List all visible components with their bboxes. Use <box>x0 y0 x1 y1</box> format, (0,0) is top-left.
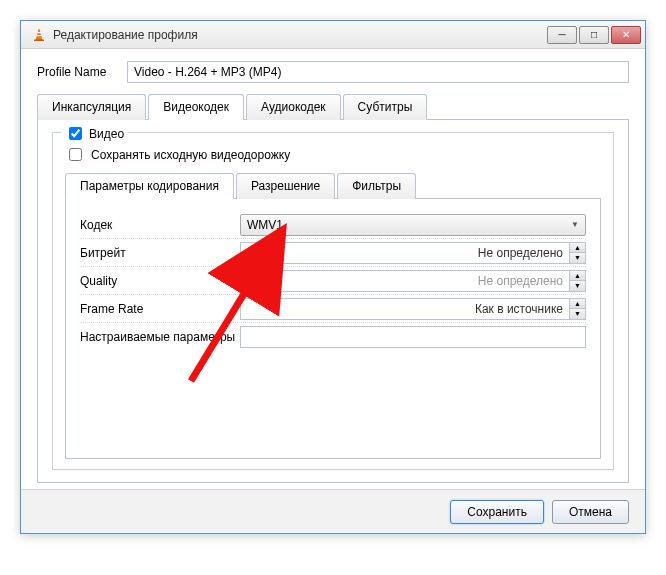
custom-params-input[interactable] <box>240 326 586 348</box>
bitrate-down-button[interactable]: ▼ <box>570 253 585 263</box>
video-enable-label: Видео <box>89 127 124 141</box>
tab-videocodec[interactable]: Видеокодек <box>148 94 244 120</box>
codec-value: WMV1 <box>247 218 283 232</box>
profile-edit-window: Редактирование профиля ─ □ ✕ Profile Nam… <box>20 20 646 534</box>
quality-value: Не определено <box>247 274 569 288</box>
profile-name-input[interactable] <box>127 61 629 83</box>
framerate-down-button[interactable]: ▼ <box>570 309 585 319</box>
keep-original-checkbox[interactable] <box>69 148 82 161</box>
video-enable-checkbox[interactable] <box>69 127 82 140</box>
svg-rect-2 <box>37 35 42 36</box>
videocodec-pane: Видео Сохранять исходную видеодорожку Па… <box>37 120 629 483</box>
content-area: Profile Name Инкапсуляция Видеокодек Ауд… <box>21 49 645 533</box>
quality-down-button[interactable]: ▼ <box>570 281 585 291</box>
bitrate-spinner[interactable]: Не определено ▲ ▼ <box>240 242 586 264</box>
quality-spinner[interactable]: Не определено ▲ ▼ <box>240 270 586 292</box>
window-title: Редактирование профиля <box>53 28 547 42</box>
tab-audiocodec[interactable]: Аудиокодек <box>246 94 341 120</box>
cancel-button[interactable]: Отмена <box>552 500 629 524</box>
profile-name-label: Profile Name <box>37 65 127 79</box>
svg-marker-0 <box>36 29 42 40</box>
framerate-value: Как в источнике <box>247 302 569 316</box>
framerate-up-button[interactable]: ▲ <box>570 299 585 310</box>
window-controls: ─ □ ✕ <box>547 26 641 44</box>
sub-tabs: Параметры кодирования Разрешение Фильтры <box>65 172 601 199</box>
subtab-resolution[interactable]: Разрешение <box>236 173 335 199</box>
save-button[interactable]: Сохранить <box>450 500 544 524</box>
chevron-down-icon: ▼ <box>571 220 579 229</box>
maximize-button[interactable]: □ <box>579 26 609 44</box>
tab-encapsulation[interactable]: Инкапсуляция <box>37 94 146 120</box>
keep-original-label: Сохранять исходную видеодорожку <box>91 148 290 162</box>
video-fieldset: Видео Сохранять исходную видеодорожку Па… <box>52 132 614 470</box>
svg-rect-1 <box>37 32 41 33</box>
subtab-filters[interactable]: Фильтры <box>337 173 416 199</box>
vlc-cone-icon <box>31 27 47 43</box>
main-tabs: Инкапсуляция Видеокодек Аудиокодек Субти… <box>37 93 629 120</box>
codec-dropdown[interactable]: WMV1 ▼ <box>240 214 586 236</box>
codec-label: Кодек <box>80 218 240 232</box>
custom-params-label: Настраиваемые параметры <box>80 330 240 344</box>
svg-rect-3 <box>34 39 44 41</box>
subtab-encoding-params[interactable]: Параметры кодирования <box>65 173 234 199</box>
close-button[interactable]: ✕ <box>611 26 641 44</box>
framerate-label: Frame Rate <box>80 302 240 316</box>
dialog-footer: Сохранить Отмена <box>21 489 645 533</box>
framerate-spinner[interactable]: Как в источнике ▲ ▼ <box>240 298 586 320</box>
encoding-params-pane: Кодек WMV1 ▼ Битрейт Не определено <box>65 199 601 459</box>
titlebar: Редактирование профиля ─ □ ✕ <box>21 21 645 49</box>
bitrate-label: Битрейт <box>80 246 240 260</box>
tab-subtitles[interactable]: Субтитры <box>343 94 428 120</box>
quality-up-button[interactable]: ▲ <box>570 271 585 282</box>
bitrate-up-button[interactable]: ▲ <box>570 243 585 254</box>
bitrate-value: Не определено <box>247 246 569 260</box>
minimize-button[interactable]: ─ <box>547 26 577 44</box>
quality-label: Quality <box>80 274 240 288</box>
